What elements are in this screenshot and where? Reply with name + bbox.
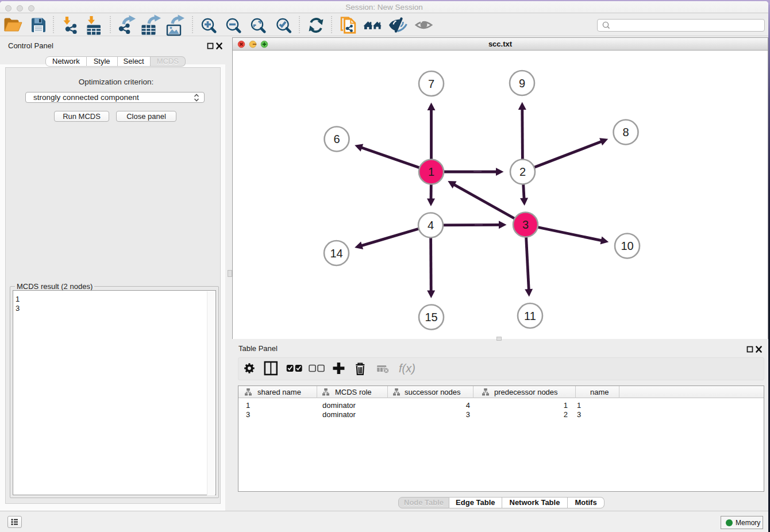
- svg-text:2: 2: [519, 165, 526, 178]
- svg-text:14: 14: [330, 247, 342, 260]
- svg-text:3: 3: [522, 218, 529, 231]
- svg-text:7: 7: [428, 78, 434, 90]
- svg-text:1: 1: [428, 165, 434, 178]
- svg-text:15: 15: [425, 311, 437, 323]
- svg-text:9: 9: [519, 77, 525, 90]
- svg-text:6: 6: [333, 133, 340, 145]
- svg-text:10: 10: [621, 240, 633, 252]
- svg-text:f(x): f(x): [399, 362, 415, 375]
- svg-text:11: 11: [524, 310, 536, 322]
- svg-text:8: 8: [622, 126, 629, 138]
- svg-text:4: 4: [428, 219, 434, 232]
